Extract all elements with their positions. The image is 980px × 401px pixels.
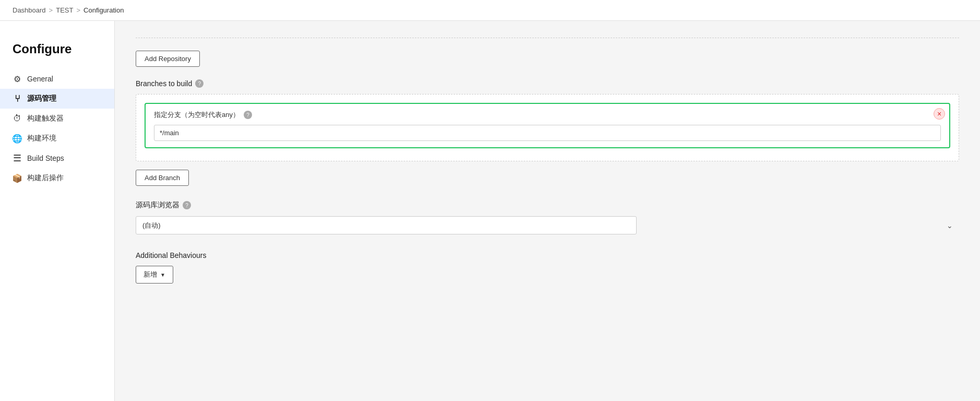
clock-icon: ⏱ xyxy=(13,114,22,123)
source-browser-label-row: 源码库浏览器 ? xyxy=(136,200,959,210)
branches-to-build-label: Branches to build xyxy=(136,79,192,88)
breadcrumb-sep-1: > xyxy=(49,6,53,14)
sidebar-label-build-steps: Build Steps xyxy=(27,154,64,162)
sidebar-item-general[interactable]: ⚙ General xyxy=(0,69,114,89)
sidebar-item-build-steps[interactable]: ☰ Build Steps xyxy=(0,148,114,168)
box-icon: 📦 xyxy=(13,173,22,183)
source-browser-label: 源码库浏览器 xyxy=(136,200,180,210)
breadcrumb-configuration: Configuration xyxy=(83,6,124,14)
add-branch-wrapper: Add Branch xyxy=(136,170,959,186)
branch-specifier-input[interactable] xyxy=(154,125,941,141)
source-browser-select-wrapper: (自动) ⌄ xyxy=(136,216,959,234)
breadcrumb-dashboard[interactable]: Dashboard xyxy=(13,6,46,14)
sidebar-label-build-env: 构建环境 xyxy=(27,134,56,143)
sidebar-item-source-management[interactable]: ⑂ 源码管理 xyxy=(0,89,114,109)
source-browser-select[interactable]: (自动) xyxy=(136,216,637,234)
sidebar-label-general: General xyxy=(27,75,53,83)
list-icon: ☰ xyxy=(13,154,22,163)
breadcrumb-test[interactable]: TEST xyxy=(56,6,73,14)
sidebar: Configure ⚙ General ⑂ 源码管理 ⏱ 构建触发器 🌐 构建环… xyxy=(0,0,115,401)
sidebar-label-build-trigger: 构建触发器 xyxy=(27,114,64,123)
sidebar-label-post-build: 构建后操作 xyxy=(27,173,64,183)
branches-help-icon[interactable]: ? xyxy=(195,79,204,88)
branches-container: 指定分支（为空时代表any） ? × xyxy=(136,94,959,161)
configure-title: Configure xyxy=(0,42,114,69)
branch-close-button[interactable]: × xyxy=(934,108,945,120)
breadcrumb: Dashboard > TEST > Configuration xyxy=(0,0,980,21)
sidebar-item-build-trigger[interactable]: ⏱ 构建触发器 xyxy=(0,109,114,128)
top-divider xyxy=(136,38,959,38)
gear-icon: ⚙ xyxy=(13,74,22,84)
dropdown-arrow-icon: ▼ xyxy=(160,272,165,278)
sidebar-item-build-env[interactable]: 🌐 构建环境 xyxy=(0,128,114,148)
breadcrumb-sep-2: > xyxy=(76,6,80,14)
additional-behaviours-title: Additional Behaviours xyxy=(136,251,959,260)
sidebar-label-source-management: 源码管理 xyxy=(27,94,56,103)
add-repository-button[interactable]: Add Repository xyxy=(136,51,200,67)
add-new-label: 新增 xyxy=(144,270,157,279)
branch-specifier-help-icon[interactable]: ? xyxy=(244,111,252,119)
globe-icon: 🌐 xyxy=(13,134,22,143)
additional-behaviours-section: Additional Behaviours 新增 ▼ xyxy=(136,251,959,284)
add-new-button[interactable]: 新增 ▼ xyxy=(136,266,173,284)
branches-to-build-section: Branches to build ? xyxy=(136,79,959,88)
main-content: Add Repository Branches to build ? 指定分支（… xyxy=(115,0,980,401)
branch-icon: ⑂ xyxy=(13,94,22,103)
add-branch-button[interactable]: Add Branch xyxy=(136,170,189,186)
branch-specifier-label: 指定分支（为空时代表any） xyxy=(154,110,240,120)
branch-row-header: 指定分支（为空时代表any） ? xyxy=(154,110,941,120)
select-chevron-icon: ⌄ xyxy=(947,221,953,230)
branch-row: 指定分支（为空时代表any） ? × xyxy=(145,103,950,148)
source-browser-help-icon[interactable]: ? xyxy=(183,201,191,209)
sidebar-item-post-build[interactable]: 📦 构建后操作 xyxy=(0,168,114,188)
source-browser-section: 源码库浏览器 ? (自动) ⌄ xyxy=(136,200,959,234)
